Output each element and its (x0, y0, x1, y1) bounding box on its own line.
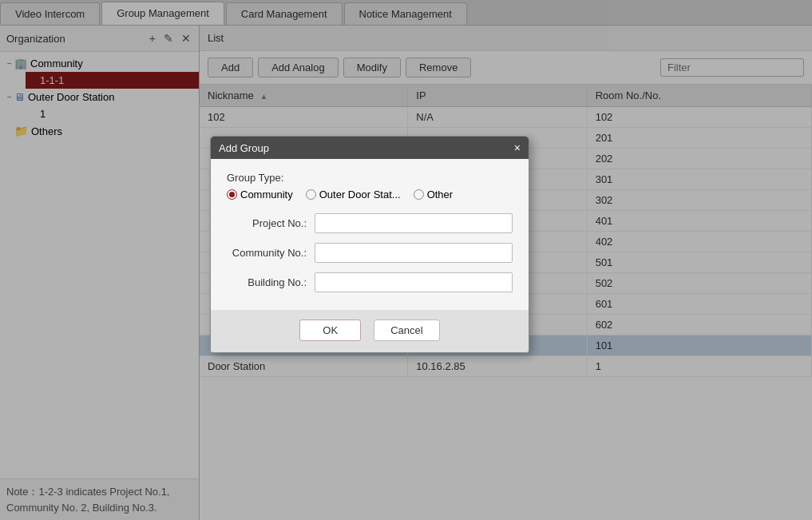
label-project-no: Project No.: (227, 217, 315, 229)
dialog-title-bar: Add Group × (211, 137, 529, 159)
radio-other[interactable]: Other (414, 189, 454, 200)
input-project-no[interactable] (315, 213, 513, 233)
input-building-no[interactable] (315, 272, 513, 292)
group-type-options: Community Outer Door Stat... Other (227, 189, 513, 200)
dialog-footer: OK Cancel (211, 310, 529, 352)
ok-button[interactable]: OK (299, 320, 361, 341)
dialog-close-button[interactable]: × (514, 141, 521, 154)
add-group-dialog: Add Group × Group Type: Community (210, 136, 529, 353)
group-type-section: Group Type: Community Outer Door Stat... (227, 172, 513, 200)
form-row-project: Project No.: (227, 213, 513, 233)
form-row-building: Building No.: (227, 272, 513, 292)
radio-circle-other (414, 189, 424, 200)
radio-label-community: Community (240, 189, 293, 200)
group-type-label: Group Type: (227, 172, 283, 184)
radio-outer-door[interactable]: Outer Door Stat... (306, 189, 401, 200)
input-community-no[interactable] (315, 243, 513, 263)
label-community-no: Community No.: (227, 247, 315, 259)
form-row-community: Community No.: (227, 243, 513, 263)
radio-circle-community (227, 189, 237, 200)
radio-label-other: Other (427, 189, 454, 200)
radio-community[interactable]: Community (227, 189, 293, 200)
dialog-title: Add Group (219, 142, 269, 154)
radio-label-outer: Outer Door Stat... (319, 189, 401, 200)
radio-circle-outer (306, 189, 316, 200)
radio-inner-community (229, 192, 235, 197)
cancel-button[interactable]: Cancel (374, 320, 439, 341)
label-building-no: Building No.: (227, 276, 315, 288)
dialog-overlay: Add Group × Group Type: Community (0, 0, 812, 520)
dialog-body: Group Type: Community Outer Door Stat... (211, 159, 529, 310)
